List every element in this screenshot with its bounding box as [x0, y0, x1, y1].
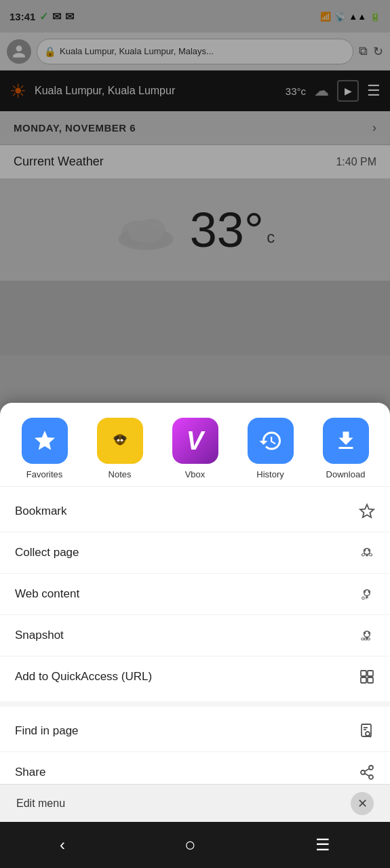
favorites-label: Favorites [26, 469, 62, 479]
menu-item-snapshot[interactable]: Snapshot [0, 615, 390, 656]
bookmark-text: Bookmark [15, 505, 67, 518]
home-button[interactable]: ○ [184, 834, 196, 856]
web-content-text: Web content [15, 587, 79, 601]
find-in-page-icon [359, 723, 375, 739]
collect-page-text: Collect page [15, 546, 79, 559]
svg-rect-36 [361, 677, 366, 683]
svg-point-39 [366, 732, 370, 736]
menu-button[interactable]: ☰ [315, 835, 330, 854]
svg-point-16 [362, 553, 366, 556]
svg-line-46 [365, 774, 370, 776]
navigation-bar: ‹ ○ ☰ [0, 822, 390, 868]
quick-action-favorites[interactable]: Favorites [22, 418, 68, 479]
bookmark-icon [359, 503, 375, 519]
quick-action-vbox[interactable]: V Vbox [172, 418, 218, 479]
history-label: History [256, 469, 284, 479]
svg-point-7 [117, 439, 119, 441]
menu-item-find-in-page[interactable]: Find in page [0, 711, 390, 752]
menu-item-bookmark[interactable]: Bookmark [0, 491, 390, 532]
svg-rect-23 [362, 597, 364, 599]
notes-icon-bg [97, 418, 143, 464]
vbox-icon-bg: V [172, 418, 218, 464]
download-label: Download [326, 469, 366, 479]
bottom-sheet: Favorites Notes V Vbox [0, 403, 390, 822]
history-icon-bg [248, 418, 294, 464]
svg-rect-34 [361, 671, 366, 676]
collect-page-icon [359, 545, 375, 561]
svg-rect-32 [364, 638, 367, 640]
share-text: Share [15, 766, 45, 779]
svg-rect-37 [368, 677, 373, 683]
svg-point-8 [120, 439, 123, 441]
notes-label: Notes [109, 469, 132, 479]
share-icon [359, 764, 375, 781]
close-button[interactable]: ✕ [351, 792, 374, 815]
menu-item-add-quickaccess[interactable]: Add to QuickAccess (URL) [0, 656, 390, 697]
snapshot-icon [359, 627, 375, 644]
quickaccess-icon [359, 669, 375, 685]
find-in-page-text: Find in page [15, 724, 79, 738]
svg-point-43 [369, 766, 373, 770]
svg-point-45 [369, 775, 373, 779]
quick-action-download[interactable]: Download [323, 418, 369, 479]
web-content-icon [359, 586, 375, 602]
download-icon-bg [323, 418, 369, 464]
svg-point-44 [361, 770, 365, 774]
svg-rect-33 [367, 638, 370, 640]
svg-point-17 [368, 553, 372, 556]
menu-divider [0, 701, 390, 707]
svg-line-47 [365, 769, 370, 772]
edit-menu-label: Edit menu [16, 797, 65, 810]
quick-action-notes[interactable]: Notes [97, 418, 143, 479]
menu-item-web-content[interactable]: Web content [0, 574, 390, 615]
quick-action-history[interactable]: History [248, 418, 294, 479]
snapshot-text: Snapshot [15, 629, 64, 642]
vbox-v-letter: V [187, 427, 203, 456]
quick-actions-row: Favorites Notes V Vbox [0, 403, 390, 487]
vbox-label: Vbox [185, 469, 206, 479]
favorites-icon-bg [22, 418, 68, 464]
menu-list-1: Bookmark Collect page Web content [0, 487, 390, 701]
menu-item-collect-page[interactable]: Collect page [0, 532, 390, 574]
svg-rect-35 [368, 671, 373, 676]
back-button[interactable]: ‹ [60, 835, 65, 854]
edit-menu-bar: Edit menu ✕ [0, 784, 390, 822]
svg-rect-31 [362, 638, 364, 640]
add-quickaccess-text: Add to QuickAccess (URL) [15, 670, 152, 684]
